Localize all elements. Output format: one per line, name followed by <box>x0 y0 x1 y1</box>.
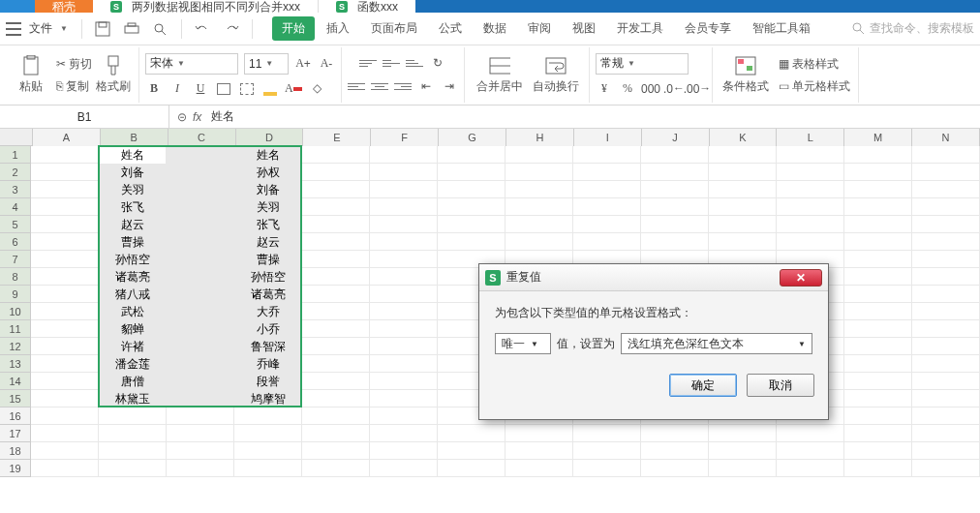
col-header-I[interactable]: I <box>574 129 642 146</box>
cell-G18[interactable] <box>438 442 505 460</box>
cut-button[interactable]: ✂剪切 <box>54 55 94 74</box>
cell-C12[interactable] <box>167 338 234 355</box>
dialog-titlebar[interactable]: S 重复值 ✕ <box>479 264 828 291</box>
cell-L17[interactable] <box>777 425 844 442</box>
menu-tab-开发工具[interactable]: 开发工具 <box>607 16 673 41</box>
merge-button[interactable]: 合并居中 <box>471 55 529 95</box>
cell-A9[interactable] <box>31 286 99 303</box>
cell-L2[interactable] <box>777 164 844 181</box>
col-header-A[interactable]: A <box>33 129 101 146</box>
cell-C5[interactable] <box>167 216 234 233</box>
cond-fmt-button[interactable]: 条件格式 <box>719 55 773 95</box>
cell-E9[interactable] <box>302 286 370 303</box>
cell-G19[interactable] <box>438 460 505 477</box>
cell-G5[interactable] <box>438 216 505 233</box>
cell-D10[interactable]: 大乔 <box>234 303 302 320</box>
dec-dec-button[interactable]: .00→ <box>689 80 706 98</box>
grow-font-button[interactable]: A+ <box>294 55 312 73</box>
cell-H17[interactable] <box>505 425 573 442</box>
cell-N12[interactable] <box>912 338 980 355</box>
cell-L5[interactable] <box>777 216 844 233</box>
cell-N5[interactable] <box>912 216 980 233</box>
name-box[interactable]: B1 <box>0 106 169 129</box>
cell-M19[interactable] <box>844 460 912 477</box>
row-header-3[interactable]: 3 <box>0 181 30 198</box>
cell-E3[interactable] <box>302 181 370 198</box>
cell-F11[interactable] <box>370 320 438 338</box>
ok-button[interactable]: 确定 <box>669 374 737 397</box>
underline-button[interactable]: U <box>192 80 209 98</box>
menu-tab-审阅[interactable]: 审阅 <box>518 16 561 41</box>
cell-A18[interactable] <box>31 442 99 460</box>
cell-A16[interactable] <box>31 407 99 425</box>
cell-I17[interactable] <box>573 425 641 442</box>
copy-button[interactable]: ⎘复制 <box>54 77 94 96</box>
undo-icon[interactable] <box>190 16 215 42</box>
cell-E18[interactable] <box>302 442 370 460</box>
cell-B16[interactable] <box>99 407 167 425</box>
cell-I19[interactable] <box>573 460 641 477</box>
cell-B6[interactable]: 曹操 <box>99 233 167 251</box>
col-header-E[interactable]: E <box>303 129 371 146</box>
cell-I2[interactable] <box>573 164 641 181</box>
cell-G4[interactable] <box>438 198 505 216</box>
row-header-1[interactable]: 1 <box>0 146 30 164</box>
cell-K2[interactable] <box>709 164 777 181</box>
cell-M12[interactable] <box>844 338 912 355</box>
cell-N1[interactable] <box>912 146 980 164</box>
menu-tab-公式[interactable]: 公式 <box>429 16 472 41</box>
row-header-19[interactable]: 19 <box>0 460 30 477</box>
cell-M15[interactable] <box>844 390 912 407</box>
cell-K1[interactable] <box>709 146 777 164</box>
print-icon[interactable] <box>119 16 144 42</box>
cell-D16[interactable] <box>234 407 302 425</box>
cell-A14[interactable] <box>31 373 99 390</box>
cell-C13[interactable] <box>167 355 234 373</box>
cell-E14[interactable] <box>302 373 370 390</box>
cell-E12[interactable] <box>302 338 370 355</box>
cell-I1[interactable] <box>573 146 641 164</box>
chevron-down-icon[interactable]: ▼ <box>60 24 68 33</box>
cell-M18[interactable] <box>844 442 912 460</box>
cell-M1[interactable] <box>844 146 912 164</box>
cell-D17[interactable] <box>234 425 302 442</box>
cell-B4[interactable]: 张飞 <box>99 198 167 216</box>
menu-tab-视图[interactable]: 视图 <box>563 16 605 41</box>
cell-J2[interactable] <box>641 164 709 181</box>
cell-F15[interactable] <box>370 390 438 407</box>
cell-F2[interactable] <box>370 164 438 181</box>
cell-H4[interactable] <box>505 198 573 216</box>
cell-F7[interactable] <box>370 251 438 268</box>
align-right-button[interactable] <box>394 78 412 96</box>
cell-J18[interactable] <box>641 442 709 460</box>
cell-A2[interactable] <box>31 164 99 181</box>
tab-3[interactable]: S 两列数据视图相同不同列合并xxx <box>93 0 318 13</box>
row-header-6[interactable]: 6 <box>0 233 30 251</box>
box-button[interactable] <box>238 80 256 98</box>
cell-C14[interactable] <box>167 373 234 390</box>
col-header-F[interactable]: F <box>371 129 439 146</box>
cell-M16[interactable] <box>844 407 912 425</box>
cell-K6[interactable] <box>709 233 777 251</box>
cell-K5[interactable] <box>709 216 777 233</box>
search-box[interactable]: 查找命令、搜索模板 <box>852 20 974 37</box>
align-left-button[interactable] <box>348 78 365 96</box>
cell-D8[interactable]: 孙悟空 <box>234 268 302 286</box>
indent-dec-button[interactable]: ⇤ <box>417 78 435 96</box>
menu-tab-智能工具箱[interactable]: 智能工具箱 <box>743 16 820 41</box>
cell-C6[interactable] <box>167 233 234 251</box>
cell-B10[interactable]: 武松 <box>99 303 167 320</box>
cell-I5[interactable] <box>573 216 641 233</box>
cell-M2[interactable] <box>844 164 912 181</box>
currency-button[interactable]: ¥ <box>596 80 613 98</box>
cell-B8[interactable]: 诸葛亮 <box>99 268 167 286</box>
col-header-J[interactable]: J <box>642 129 710 146</box>
cell-B11[interactable]: 貂蝉 <box>99 320 167 338</box>
align-bot-button[interactable] <box>406 55 423 73</box>
cell-B7[interactable]: 孙悟空 <box>99 251 167 268</box>
tab-1[interactable] <box>0 0 35 13</box>
row-header-15[interactable]: 15 <box>0 390 30 407</box>
cell-D19[interactable] <box>234 460 302 477</box>
cell-E5[interactable] <box>302 216 370 233</box>
cell-F1[interactable] <box>370 146 438 164</box>
